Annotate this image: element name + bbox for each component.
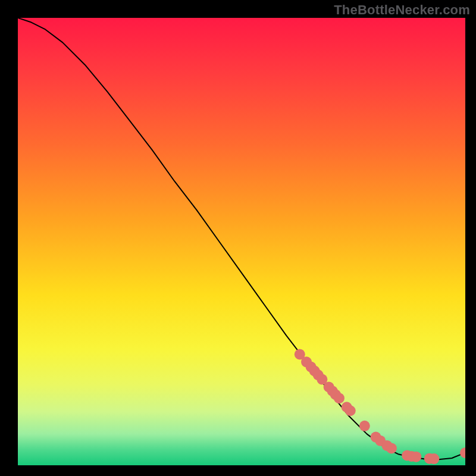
data-point <box>386 443 397 453</box>
data-point <box>359 421 370 431</box>
data-point <box>345 405 356 416</box>
data-point <box>334 393 345 403</box>
watermark-text: TheBottleNecker.com <box>334 2 470 18</box>
chart-svg <box>18 18 465 465</box>
data-point <box>428 453 439 464</box>
gradient-background <box>18 18 465 465</box>
data-point <box>411 452 421 462</box>
chart-stage: TheBottleNecker.com <box>0 0 476 476</box>
plot-area <box>18 18 465 465</box>
